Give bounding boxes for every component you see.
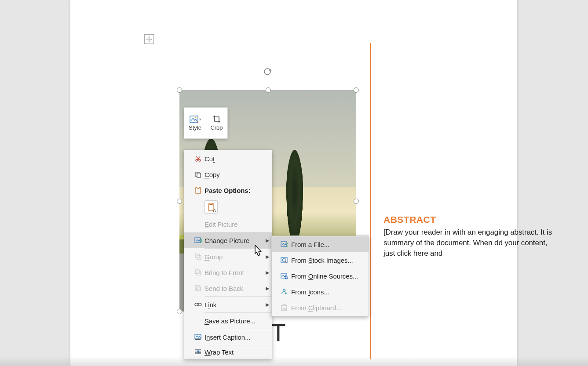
svg-point-35: [283, 289, 285, 291]
submenu-item-from-online[interactable]: From Online Sources...: [272, 268, 369, 284]
submenu-item-from-icons[interactable]: From Icons...: [272, 284, 369, 300]
dropdown-caret-icon: ▾: [198, 117, 201, 121]
resize-handle-w[interactable]: [177, 199, 182, 204]
menu-item-send-to-back: Send to Back ▶: [184, 280, 272, 296]
abstract-body[interactable]: [Draw your reader in with an engaging ab…: [383, 227, 557, 259]
submenu-item-from-clipboard: JPG From Clipboard...: [272, 300, 369, 315]
menu-item-label: Save as Picture...: [205, 317, 272, 325]
svg-text:JPG: JPG: [283, 308, 287, 311]
picture-context-menu: Cut Copy Paste Options: A Edit Picture C…: [184, 150, 272, 359]
svg-rect-28: [197, 351, 199, 353]
picture-mini-toolbar: ▾ Style Crop: [184, 107, 228, 139]
svg-point-0: [264, 69, 270, 75]
style-button[interactable]: ▾ Style: [184, 108, 206, 138]
submenu-arrow-icon: ▶: [263, 238, 272, 243]
insert-caption-icon: [191, 334, 205, 340]
wrap-text-icon: [191, 349, 205, 355]
submenu-arrow-icon: ▶: [263, 270, 272, 275]
crop-icon: [213, 115, 221, 123]
menu-item-insert-caption[interactable]: Insert Caption...: [184, 329, 272, 345]
menu-item-label: Edit Picture: [205, 221, 272, 228]
resize-handle-ne[interactable]: [354, 87, 359, 93]
menu-item-label: Cut: [205, 155, 272, 163]
menu-item-wrap-text[interactable]: Wrap Text: [184, 345, 272, 359]
copy-icon: [191, 171, 205, 178]
menu-item-copy[interactable]: Copy: [184, 167, 272, 182]
rotate-stem: [268, 77, 268, 88]
submenu-item-from-file[interactable]: From a File...: [272, 236, 369, 252]
abstract-heading: ABSTRACT: [383, 214, 436, 225]
menu-item-label: Copy: [205, 171, 272, 178]
change-picture-submenu: From a File... From Stock Images... From…: [271, 236, 369, 316]
menu-item-bring-to-front: Bring to Front ▶: [184, 265, 272, 280]
resize-handle-nw[interactable]: [177, 87, 182, 93]
svg-rect-17: [197, 287, 201, 291]
paste-icon: [191, 187, 205, 194]
svg-point-2: [195, 116, 196, 118]
from-stock-icon: [277, 257, 291, 264]
send-to-back-icon: [191, 285, 205, 292]
resize-handle-n[interactable]: [266, 87, 271, 93]
from-clipboard-icon: JPG: [277, 304, 291, 311]
style-button-label: Style: [189, 124, 201, 131]
menu-item-change-picture[interactable]: Change Picture ▶: [184, 232, 272, 248]
resize-handle-sw[interactable]: [177, 309, 182, 314]
svg-rect-21: [195, 339, 201, 340]
menu-item-group: Group ▶: [184, 249, 272, 265]
submenu-item-label: From Clipboard...: [291, 304, 369, 312]
paste-options-row: A: [184, 198, 272, 216]
svg-rect-15: [195, 270, 199, 274]
submenu-item-label: From a File...: [291, 241, 369, 248]
link-icon: [191, 302, 205, 307]
paste-keep-text-button[interactable]: A: [205, 200, 218, 214]
rotate-handle[interactable]: [263, 66, 273, 78]
submenu-arrow-icon: ▶: [263, 254, 272, 260]
menu-item-label: Insert Caption...: [205, 333, 272, 341]
crop-button-label: Crop: [210, 124, 223, 131]
submenu-item-label: From Icons...: [291, 288, 369, 296]
submenu-item-from-stock[interactable]: From Stock Images...: [272, 252, 369, 268]
change-picture-icon: [191, 237, 205, 244]
submenu-arrow-icon: ▶: [263, 302, 272, 308]
group-icon: [191, 254, 205, 260]
svg-rect-8: [197, 187, 199, 188]
submenu-arrow-icon: ▶: [263, 286, 272, 291]
menu-item-cut[interactable]: Cut: [184, 151, 272, 167]
menu-item-link[interactable]: Link ▶: [184, 297, 272, 312]
menu-item-label: Change Picture: [205, 237, 263, 244]
picture-style-icon: [190, 116, 198, 123]
from-icons-icon: [277, 289, 291, 295]
menu-item-label: Wrap Text: [205, 348, 272, 356]
menu-item-label: Group: [205, 253, 263, 261]
menu-item-label: Paste Options:: [205, 187, 272, 194]
resize-handle-e[interactable]: [354, 199, 359, 204]
svg-rect-6: [197, 173, 201, 178]
table-move-handle[interactable]: [144, 34, 154, 44]
vertical-divider: [370, 43, 371, 359]
from-online-icon: [277, 273, 291, 279]
svg-point-31: [282, 258, 286, 262]
submenu-item-label: From Stock Images...: [291, 257, 369, 264]
from-file-icon: [277, 241, 291, 248]
cut-icon: [191, 156, 205, 162]
svg-rect-10: [210, 203, 212, 205]
crop-button[interactable]: Crop: [206, 108, 227, 138]
bring-to-front-icon: [191, 269, 205, 276]
submenu-item-label: From Online Sources...: [291, 272, 369, 280]
menu-item-label: Link: [205, 301, 263, 308]
menu-paste-options-header: Paste Options:: [184, 182, 272, 198]
menu-item-save-as-picture[interactable]: Save as Picture...: [184, 313, 272, 329]
menu-item-edit-picture: Edit Picture: [184, 216, 272, 232]
menu-item-label: Bring to Front: [205, 269, 263, 276]
menu-item-label: Send to Back: [205, 285, 263, 292]
